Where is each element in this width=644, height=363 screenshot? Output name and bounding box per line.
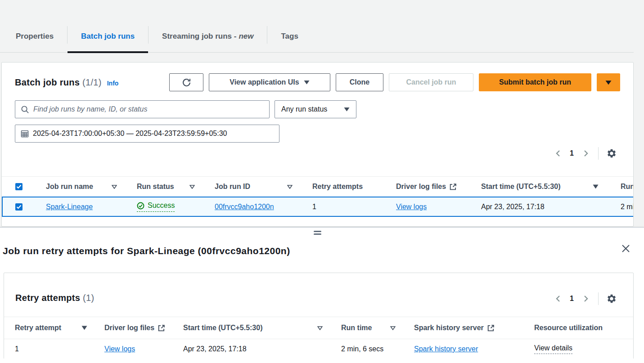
run-time-value: 2 min, 6 secs xyxy=(621,203,633,211)
date-range-input[interactable]: 2025-04-23T17:00:00+05:30 — 2025-04-23T2… xyxy=(15,125,279,143)
view-details-action[interactable]: View details xyxy=(534,344,572,354)
select-all-checkbox[interactable] xyxy=(15,183,23,190)
driver-log-files-cell: View logs xyxy=(95,345,174,353)
start-time-cell: Apr 23, 2025, 17:18 xyxy=(469,203,607,211)
external-link-icon xyxy=(158,325,165,332)
tab-tags[interactable]: Tags xyxy=(267,25,311,52)
clone-button[interactable]: Clone xyxy=(336,73,383,91)
retry-panel-counter: (1) xyxy=(83,293,94,303)
job-run-id-link[interactable]: 00frvcc9aho1200n xyxy=(215,203,274,211)
column-header-resource-utilization[interactable]: Resource utilization xyxy=(523,324,633,332)
caret-down-icon xyxy=(304,80,310,85)
sort-icon xyxy=(390,326,396,330)
column-header-retry-attempts[interactable]: Retry attempts xyxy=(301,183,384,191)
column-header-job-run-name[interactable]: Job run name xyxy=(34,183,125,191)
tab-properties[interactable]: Properties xyxy=(2,25,67,52)
column-header-run-time[interactable]: Run time xyxy=(607,183,633,191)
success-status-badge[interactable]: Success xyxy=(137,202,175,212)
column-header-spark-history-server[interactable]: Spark history server xyxy=(404,324,523,332)
tab-streaming-label: Streaming job runs - xyxy=(162,32,236,41)
view-logs-link[interactable]: View logs xyxy=(104,345,135,353)
job-run-row[interactable]: Spark-Lineage Success 00frvcc9aho1200n 1… xyxy=(2,197,633,217)
search-icon xyxy=(21,105,29,114)
clone-label: Clone xyxy=(350,78,369,86)
select-all-checkbox-cell xyxy=(2,183,34,190)
start-time-cell: Apr 23, 2025, 17:18 xyxy=(174,345,331,353)
batch-panel-header: Batch job runs (1/1) Info View applicati… xyxy=(15,73,620,91)
tab-bar: Properties Batch job runs Streaming job … xyxy=(0,25,634,53)
spark-history-server-link[interactable]: Spark history server xyxy=(414,345,478,353)
external-link-icon xyxy=(487,325,494,332)
chevron-left-icon xyxy=(555,295,560,302)
pagination: 1 xyxy=(552,145,617,161)
row-checkbox[interactable] xyxy=(15,203,23,211)
batch-panel-title-text: Batch job runs xyxy=(15,77,80,87)
gear-icon xyxy=(607,294,617,304)
tab-properties-label: Properties xyxy=(16,32,54,41)
sort-desc-icon xyxy=(81,326,87,330)
search-placeholder: Find job runs by name, ID, or status xyxy=(33,105,147,113)
retry-attempt-row[interactable]: 1 View logs Apr 23, 2025, 17:18 2 min, 6… xyxy=(4,339,633,359)
pagination: 1 xyxy=(552,290,617,308)
page-number[interactable]: 1 xyxy=(570,149,574,157)
table-settings-button[interactable] xyxy=(606,148,617,159)
column-header-driver-log-files[interactable]: Driver log files xyxy=(384,183,469,191)
info-link[interactable]: Info xyxy=(107,80,119,87)
column-label: Run time xyxy=(341,324,372,332)
batch-job-runs-panel: Batch job runs (1/1) Info View applicati… xyxy=(1,62,634,227)
view-logs-link[interactable]: View logs xyxy=(396,203,427,211)
sort-icon xyxy=(287,185,293,189)
tab-streaming-new-badge: new xyxy=(239,32,253,41)
split-panel-close-button[interactable] xyxy=(619,242,632,255)
view-application-uis-button[interactable]: View application UIs xyxy=(209,73,330,91)
column-label: Run status xyxy=(137,183,174,191)
retry-attempts-value: 1 xyxy=(312,203,316,211)
next-page-button[interactable] xyxy=(580,148,592,159)
refresh-button[interactable] xyxy=(169,73,203,91)
tab-batch-label: Batch job runs xyxy=(81,32,135,41)
submit-label: Submit batch job run xyxy=(499,78,571,86)
check-icon xyxy=(16,184,22,189)
column-label: Retry attempt xyxy=(15,324,61,332)
previous-page-button[interactable] xyxy=(552,148,563,159)
view-application-uis-label: View application UIs xyxy=(230,78,299,86)
column-label: Resource utilization xyxy=(534,324,603,332)
job-run-id-cell: 00frvcc9aho1200n xyxy=(203,203,301,211)
column-header-driver-log-files[interactable]: Driver log files xyxy=(95,324,174,332)
page-number[interactable]: 1 xyxy=(570,295,574,303)
sort-icon xyxy=(112,185,117,189)
run-time-cell: 2 min, 6 secs xyxy=(331,345,404,353)
submit-batch-job-run-button[interactable]: Submit batch job run xyxy=(479,73,591,91)
run-time-value: 2 min, 6 secs xyxy=(341,345,383,353)
run-status-filter-select[interactable]: Any run status xyxy=(275,100,356,118)
split-panel-drag-handle[interactable] xyxy=(314,231,321,236)
column-header-start-time[interactable]: Start time (UTC+5.5:30) xyxy=(469,183,607,191)
next-page-button[interactable] xyxy=(580,293,592,305)
submit-options-button[interactable] xyxy=(597,73,620,91)
success-check-circle-icon xyxy=(137,202,144,210)
emr-batch-job-runs-page: { "tabs": { "properties": "Properties", … xyxy=(0,0,644,363)
start-time-value: Apr 23, 2025, 17:18 xyxy=(481,203,545,211)
job-run-name-link[interactable]: Spark-Lineage xyxy=(46,203,93,211)
batch-job-runs-table: Job run name Run status Job run ID Retry… xyxy=(2,176,633,217)
column-label: Run time xyxy=(621,183,633,191)
column-header-job-run-id[interactable]: Job run ID xyxy=(203,183,301,191)
close-icon xyxy=(621,244,630,253)
tab-streaming-job-runs[interactable]: Streaming job runs -new xyxy=(149,25,267,52)
retry-attempt-cell: 1 xyxy=(4,345,95,353)
column-header-run-status[interactable]: Run status xyxy=(125,183,203,191)
column-header-retry-attempt[interactable]: Retry attempt xyxy=(4,324,95,332)
previous-page-button[interactable] xyxy=(552,293,563,305)
sort-icon xyxy=(317,326,323,330)
column-header-run-time[interactable]: Run time xyxy=(331,324,404,332)
job-run-name-cell: Spark-Lineage xyxy=(34,203,125,211)
tab-batch-job-runs[interactable]: Batch job runs xyxy=(68,25,148,52)
job-run-search-input[interactable]: Find job runs by name, ID, or status xyxy=(15,100,270,118)
column-header-start-time[interactable]: Start time (UTC+5.5:30) xyxy=(174,324,331,332)
cancel-job-run-button[interactable]: Cancel job run xyxy=(389,73,473,91)
table-header-row: Job run name Run status Job run ID Retry… xyxy=(2,176,633,197)
table-settings-button[interactable] xyxy=(606,293,617,305)
external-link-icon xyxy=(450,184,456,190)
run-status-cell: Success xyxy=(125,202,203,212)
retry-panel-header: Retry attempts (1) xyxy=(15,285,621,311)
